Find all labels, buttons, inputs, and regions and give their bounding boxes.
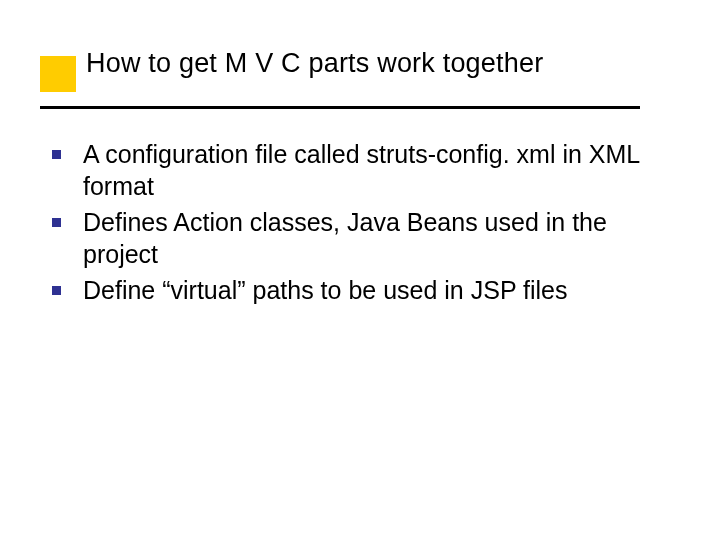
- bullet-text: Define “virtual” paths to be used in JSP…: [83, 274, 664, 306]
- list-item: A configuration file called struts-confi…: [52, 138, 664, 202]
- list-item: Define “virtual” paths to be used in JSP…: [52, 274, 664, 306]
- title-accent-box: [40, 56, 76, 92]
- list-item: Defines Action classes, Java Beans used …: [52, 206, 664, 270]
- square-bullet-icon: [52, 286, 61, 295]
- slide-title: How to get M V C parts work together: [86, 48, 543, 79]
- bullet-text: Defines Action classes, Java Beans used …: [83, 206, 664, 270]
- body-text: A configuration file called struts-confi…: [52, 138, 664, 310]
- slide: How to get M V C parts work together A c…: [0, 0, 720, 540]
- square-bullet-icon: [52, 150, 61, 159]
- title-underline: [40, 106, 640, 109]
- bullet-text: A configuration file called struts-confi…: [83, 138, 664, 202]
- square-bullet-icon: [52, 218, 61, 227]
